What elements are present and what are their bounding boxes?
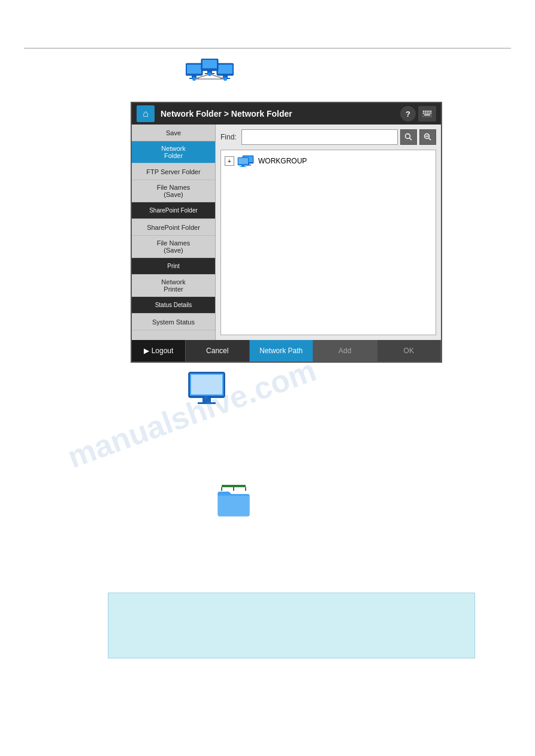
add-button[interactable]: Add <box>313 340 377 362</box>
dialog-title: Network Folder > Network Folder <box>161 109 397 119</box>
svg-rect-28 <box>430 113 431 114</box>
find-label: Find: <box>220 133 237 141</box>
svg-rect-48 <box>222 485 246 487</box>
logout-label: Logout <box>152 347 174 355</box>
workgroup-icon <box>237 155 256 167</box>
svg-point-15 <box>192 77 196 81</box>
workgroup-label: WORKGROUP <box>258 157 307 165</box>
sidebar-item-ftp-server-folder[interactable]: FTP Server Folder <box>132 163 215 180</box>
svg-rect-25 <box>425 113 426 114</box>
ok-label: OK <box>404 347 414 355</box>
cancel-button[interactable]: Cancel <box>186 340 250 362</box>
main-content: Find: <box>216 125 441 340</box>
svg-point-17 <box>208 72 211 76</box>
top-network-icon <box>186 57 234 93</box>
svg-rect-9 <box>202 60 217 68</box>
tree-item-workgroup[interactable]: + WORKGROUP <box>225 154 432 168</box>
svg-rect-41 <box>241 165 244 166</box>
keyboard-button[interactable] <box>418 106 436 122</box>
sidebar-item-file-names-save[interactable]: File Names(Save) <box>132 180 215 202</box>
network-folder-icon <box>216 485 252 521</box>
svg-rect-23 <box>430 111 431 112</box>
svg-rect-1 <box>187 65 201 74</box>
info-box <box>108 593 475 658</box>
svg-rect-29 <box>424 114 430 116</box>
plus-icon: + <box>228 158 231 165</box>
sidebar-item-save[interactable]: Save <box>132 125 215 141</box>
sidebar: Save NetworkFolder FTP Server Folder Fil… <box>132 125 216 340</box>
sidebar-section-status: Status Details <box>132 297 215 314</box>
logout-icon: ▶ <box>144 347 149 355</box>
svg-rect-21 <box>427 111 428 112</box>
dialog-body: Save NetworkFolder FTP Server Folder Fil… <box>132 125 441 340</box>
svg-line-33 <box>429 138 431 141</box>
svg-rect-27 <box>428 113 430 114</box>
svg-rect-47 <box>198 402 216 404</box>
tree-area: + WORKGROUP <box>220 150 436 335</box>
svg-point-16 <box>223 77 227 81</box>
svg-rect-19 <box>423 111 424 112</box>
svg-rect-22 <box>428 111 430 112</box>
sidebar-section-sharepoint: SharePoint Folder <box>132 202 215 219</box>
network-folder-dialog: ⌂ Network Folder > Network Folder ? <box>131 102 442 363</box>
sidebar-section-print: Print <box>132 258 215 275</box>
find-input[interactable] <box>241 129 398 145</box>
help-button[interactable]: ? <box>400 106 416 122</box>
svg-rect-5 <box>218 65 232 74</box>
svg-rect-42 <box>240 166 246 167</box>
sidebar-item-network-folder[interactable]: NetworkFolder <box>132 141 215 163</box>
home-button[interactable]: ⌂ <box>137 105 155 122</box>
cancel-label: Cancel <box>206 347 228 355</box>
dialog-footer: ▶ Logout Cancel Network Path Add OK <box>132 340 441 362</box>
top-divider <box>24 48 511 48</box>
sidebar-item-sharepoint-folder[interactable]: SharePoint Folder <box>132 219 215 236</box>
svg-rect-46 <box>202 397 211 402</box>
find-search-button2[interactable] <box>419 129 436 145</box>
svg-point-30 <box>406 134 410 139</box>
svg-line-31 <box>410 138 412 141</box>
svg-rect-20 <box>425 111 426 112</box>
ok-button[interactable]: OK <box>377 340 442 362</box>
tree-expand-icon[interactable]: + <box>225 156 234 166</box>
sidebar-item-network-printer[interactable]: NetworkPrinter <box>132 275 215 297</box>
sidebar-item-system-status[interactable]: System Status <box>132 314 215 330</box>
home-icon: ⌂ <box>143 108 149 119</box>
network-path-button[interactable]: Network Path <box>250 340 314 362</box>
svg-rect-24 <box>423 113 424 114</box>
sidebar-item-file-names-save2[interactable]: File Names(Save) <box>132 236 215 258</box>
network-path-label: Network Path <box>259 347 303 355</box>
svg-rect-45 <box>191 375 222 394</box>
logout-button[interactable]: ▶ Logout <box>132 340 186 362</box>
find-search-button[interactable] <box>400 129 417 145</box>
find-bar: Find: <box>220 129 436 145</box>
svg-rect-40 <box>238 158 248 164</box>
svg-rect-26 <box>427 113 428 114</box>
add-label: Add <box>338 347 351 355</box>
monitor-icon <box>186 371 234 413</box>
dialog-titlebar: ⌂ Network Folder > Network Folder ? <box>132 103 441 125</box>
